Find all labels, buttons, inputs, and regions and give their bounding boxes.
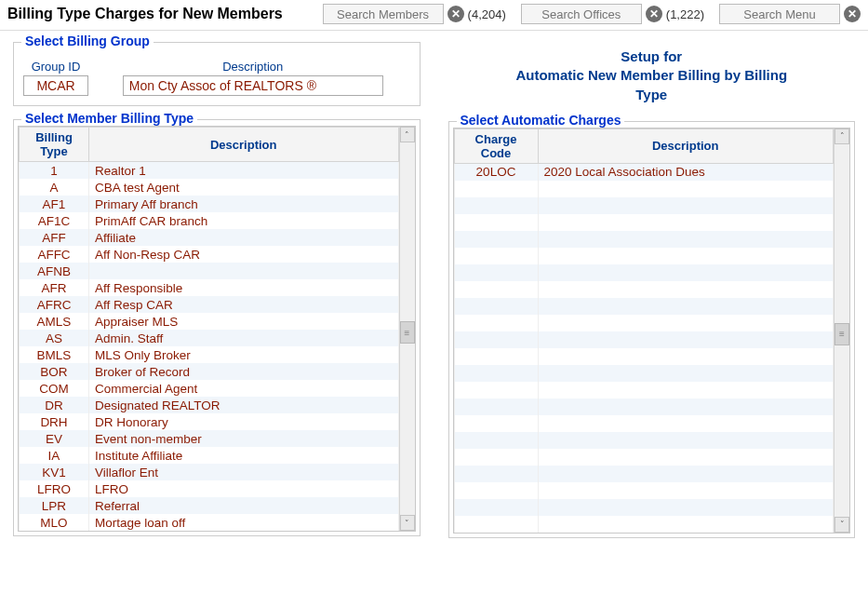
table-row[interactable] [454,432,834,449]
charges-col-code[interactable]: Charge Code [454,128,538,163]
billing-type-code: AF1C [20,212,89,229]
charge-desc [538,365,834,382]
billing-type-code: AFR [20,279,89,296]
billing-type-scrollbar[interactable]: ˄ ˅ [399,127,415,531]
table-row[interactable] [454,281,834,298]
table-row[interactable] [454,348,834,365]
charge-code [454,248,538,264]
table-row[interactable]: IAInstitute Affiliate [20,447,399,464]
charge-code [454,331,538,348]
table-row[interactable]: COMCommercial Agent [20,380,399,397]
scroll-thumb[interactable] [400,321,415,344]
clear-offices-icon[interactable]: ✕ [646,6,662,22]
right-column: Setup for Automatic New Member Billing b… [448,42,856,551]
table-row[interactable] [454,248,834,264]
table-row[interactable]: DRHDR Honorary [20,413,399,430]
table-row[interactable]: ACBA test Agent [20,179,399,196]
charge-desc [538,499,834,516]
charge-code [454,449,538,466]
billing-type-desc: Institute Affiliate [89,447,399,464]
billing-type-desc: Mortage loan off [89,514,399,531]
search-members-input[interactable] [323,4,444,24]
billing-type-desc: Primary Aff branch [89,196,399,212]
billing-type-code: LPR [20,497,89,514]
table-row[interactable] [454,499,834,516]
table-row[interactable]: AF1Primary Aff branch [20,196,399,212]
charge-code [454,298,538,315]
offices-count: (1,222) [666,7,704,21]
table-row[interactable]: BMLSMLS Only Broker [20,346,399,363]
billing-type-code: BMLS [20,346,89,363]
table-row[interactable] [454,331,834,348]
table-row[interactable]: BORBroker of Record [20,363,399,380]
scroll-thumb[interactable] [835,323,849,345]
table-row[interactable]: AFRCAff Resp CAR [20,296,399,313]
search-offices-input[interactable] [521,4,642,24]
billing-type-desc: Affiliate [89,229,399,246]
billing-type-code: AFNB [20,263,89,279]
scroll-up-icon[interactable]: ˄ [835,128,849,144]
group-id-input[interactable] [23,75,88,96]
charge-code [454,264,538,281]
table-row[interactable]: 20LOC2020 Local Association Dues [454,163,834,181]
billing-type-desc: MLS Only Broker [89,346,399,363]
table-row[interactable]: 1Realtor 1 [20,162,399,180]
table-row[interactable] [454,415,834,432]
billing-type-desc: Admin. Staff [89,330,399,346]
table-row[interactable] [454,197,834,214]
billing-type-desc: Appraiser MLS [89,313,399,330]
table-row[interactable]: MLOMortage loan off [20,514,399,531]
billing-type-col-desc[interactable]: Description [89,128,399,162]
charges-grid: Charge Code Description 20LOC2020 Local … [453,128,851,534]
setup-header-line1: Setup for [448,47,856,66]
table-row[interactable]: LFROLFRO [20,480,399,497]
table-row[interactable] [454,181,834,197]
charge-desc: 2020 Local Association Dues [538,163,834,181]
search-menu-input[interactable] [719,4,840,24]
table-row[interactable]: AMLSAppraiser MLS [20,313,399,330]
table-row[interactable] [454,516,834,533]
charge-desc [538,197,834,214]
table-row[interactable]: KV1Villaflor Ent [20,464,399,480]
billing-type-code: AFFC [20,246,89,263]
scroll-up-icon[interactable]: ˄ [400,127,415,142]
charge-desc [538,432,834,449]
table-row[interactable]: AFFCAff Non-Resp CAR [20,246,399,263]
charge-desc [538,449,834,466]
billing-type-code: DRH [20,413,89,430]
table-row[interactable] [454,382,834,399]
group-desc-input[interactable] [123,75,383,96]
table-row[interactable]: ASAdmin. Staff [20,330,399,346]
table-row[interactable]: EVEvent non-member [20,430,399,447]
charge-code [454,231,538,248]
table-row[interactable]: AFNB [20,263,399,279]
table-row[interactable] [454,231,834,248]
table-row[interactable]: DRDesignated REALTOR [20,397,399,413]
group-id-header: Group ID [32,60,81,74]
charges-scrollbar[interactable]: ˄ ˅ [834,128,849,533]
clear-members-icon[interactable]: ✕ [447,6,464,22]
table-row[interactable]: LPRReferral [20,497,399,514]
charge-code [454,399,538,415]
billing-type-col-code[interactable]: Billing Type [20,128,89,162]
table-row[interactable] [454,482,834,499]
table-row[interactable] [454,466,834,482]
charge-desc [538,399,834,415]
scroll-down-icon[interactable]: ˅ [835,517,849,533]
table-row[interactable] [454,399,834,415]
table-row[interactable] [454,298,834,315]
table-row[interactable]: AFFAffiliate [20,229,399,246]
charge-desc [538,482,834,499]
search-menu-group: ✕ [719,4,861,24]
clear-menu-icon[interactable]: ✕ [844,6,861,22]
table-row[interactable]: AFRAff Responsible [20,279,399,296]
table-row[interactable] [454,214,834,231]
charges-col-desc[interactable]: Description [538,128,834,163]
table-row[interactable]: AF1CPrimAff CAR branch [20,212,399,229]
table-row[interactable] [454,449,834,466]
scroll-down-icon[interactable]: ˅ [400,515,415,531]
table-row[interactable] [454,315,834,331]
charge-desc [538,264,834,281]
table-row[interactable] [454,264,834,281]
table-row[interactable] [454,365,834,382]
